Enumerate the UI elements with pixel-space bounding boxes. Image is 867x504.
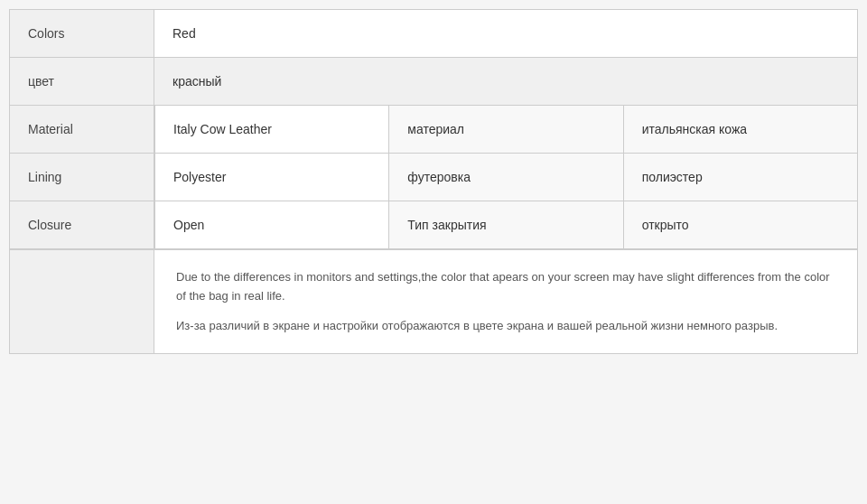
- label-color-ru: цвет: [10, 58, 154, 105]
- note-content: Due to the differences in monitors and s…: [154, 250, 857, 353]
- product-table: Colors Red цвет красный Material Italy C…: [9, 9, 858, 354]
- value-colors: Red: [154, 10, 857, 57]
- note-label: [10, 250, 154, 353]
- table-row: Material Italy Cow Leather материал итал…: [10, 106, 857, 154]
- label-closure: Closure: [10, 201, 154, 248]
- value-color-ru: красный: [154, 58, 857, 105]
- value-lining-ru: полиэстер: [623, 154, 857, 201]
- table-row: Lining Polyester футеровка полиэстер: [10, 154, 857, 201]
- note-text-en: Due to the differences in monitors and s…: [176, 268, 835, 306]
- label-lining: Lining: [10, 154, 154, 201]
- table-row: цвет красный: [10, 58, 857, 106]
- value-closure: Open: [154, 201, 388, 248]
- value-material: Italy Cow Leather: [154, 106, 388, 153]
- value-closure-ru-label: Тип закрытия: [388, 201, 622, 248]
- value-lining-ru-label: футеровка: [388, 154, 622, 201]
- note-text-ru: Из-за различий в экране и настройки отоб…: [176, 317, 835, 336]
- table-row: Colors Red: [10, 10, 857, 58]
- label-colors: Colors: [10, 10, 154, 57]
- table-row: Closure Open Тип закрытия открыто: [10, 201, 857, 249]
- note-row: Due to the differences in monitors and s…: [10, 249, 857, 353]
- value-closure-ru: открыто: [623, 201, 857, 248]
- value-lining: Polyester: [154, 154, 388, 201]
- value-material-ru: итальянская кожа: [623, 106, 857, 153]
- value-material-ru-label: материал: [388, 106, 622, 153]
- label-material: Material: [10, 106, 154, 153]
